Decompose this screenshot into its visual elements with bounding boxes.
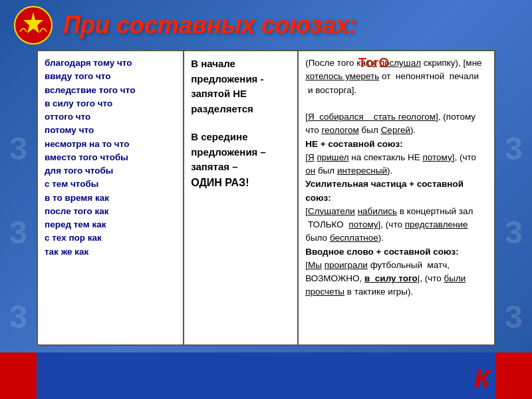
right-para4: [Слушатели набились в концертный зал ТОЛ… [305,205,487,245]
right-ne-label: НЕ + составной союз: [305,138,487,151]
left-item-3: вследствие того что [45,84,176,97]
header: При составных союзах: [0,0,532,50]
left-item-6: потому что [45,124,176,137]
side-numbers-right: 3 3 3 [495,106,532,359]
left-item-7: несмотря на то что [45,138,176,151]
right-para3: [Я пришел на спектакль НЕ потому], (что … [305,151,487,178]
footer-left-decoration [0,352,37,399]
emblem-icon [13,5,53,45]
footer: к [0,352,532,399]
main-content: благодаря тому что ввиду того что вследс… [37,50,495,346]
content-table: благодаря тому что ввиду того что вследс… [37,50,495,346]
left-item-9: для того чтобы [45,164,176,178]
right-para2: [Я собирался стать геологом], (потому чт… [305,110,487,138]
right-para1: (После того как я послушал скрипку), [мн… [305,57,487,97]
side-num-r3: 3 [505,299,523,335]
side-num-r2: 3 [505,214,523,251]
left-item-15: так же как [45,245,176,259]
side-num-3: 3 [9,299,27,335]
right-usilitel: Усилительная частица + составной союз: [305,178,487,205]
right-para5: [Мы проиграли футбольный матч, ВОЗМОЖНО,… [305,259,487,299]
right-vvodnoe: Вводное слово + составной союз: [305,245,487,259]
left-item-5: оттого что [45,110,176,124]
left-item-2: ввиду того что [45,70,176,83]
left-item-8: вместо того чтобы [45,151,176,164]
left-item-12: после того как [45,205,176,218]
side-numbers-left: 3 3 3 [0,106,37,359]
left-item-14: с тех пор как [45,231,176,245]
middle-line2: В серединепредложения –запятая –ОДИН РАЗ… [191,130,291,191]
column-right: (После того как я послушал скрипку), [мн… [298,51,495,345]
left-item-13: перед тем как [45,218,176,231]
page-title: При составных союзах: [63,11,357,39]
column-left: благодаря тому что ввиду того что вследс… [37,51,184,345]
side-num-1: 3 [9,130,27,167]
left-item-11: в то время как [45,192,176,205]
toro-badge: TorO [358,55,389,70]
footer-text: к [474,358,489,394]
left-item-1: благодаря тому что [45,57,176,70]
footer-middle: к [37,352,495,399]
middle-line1: В началепредложения -запятой НЕразделяет… [191,57,291,116]
left-item-10: с тем чтобы [45,178,176,191]
side-num-r1: 3 [505,130,523,167]
footer-right-decoration [495,352,532,399]
side-num-2: 3 [9,214,27,251]
left-item-4: в силу того что [45,97,176,110]
column-middle: В началепредложения -запятой НЕразделяет… [184,51,298,345]
